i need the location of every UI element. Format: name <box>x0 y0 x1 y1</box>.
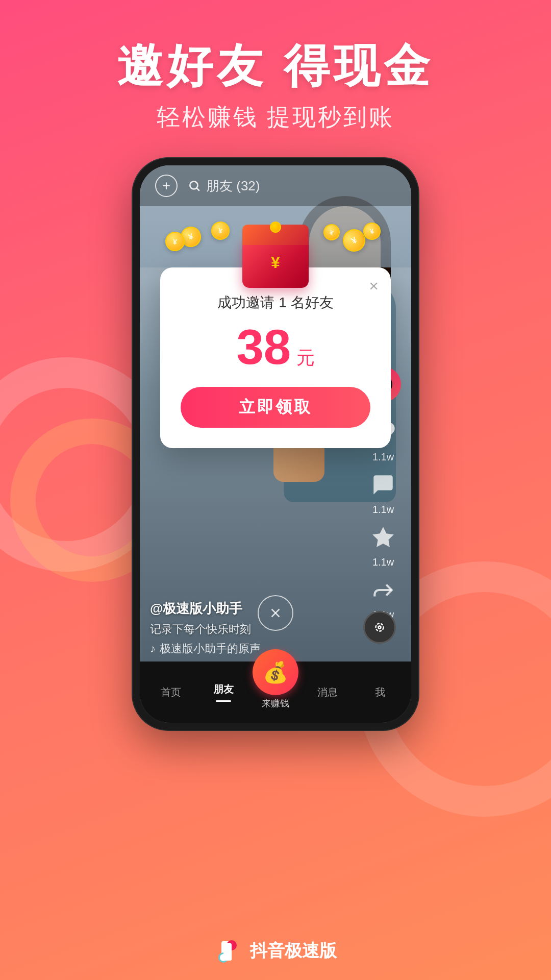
share-icon <box>366 573 400 607</box>
search-bar[interactable]: 朋友 (32) <box>188 177 260 195</box>
phone-screen: + 朋友 (32) <box>140 165 411 723</box>
music-disc[interactable] <box>363 611 396 644</box>
search-label: 朋友 (32) <box>206 177 260 195</box>
add-friend-button[interactable]: + <box>155 175 178 197</box>
svg-point-13 <box>220 954 227 961</box>
nav-friends-label: 朋友 <box>213 682 234 696</box>
star-icon <box>366 521 400 554</box>
reward-unit: 元 <box>296 347 315 368</box>
video-music: ♪ 极速版小助手的原声 <box>150 641 350 656</box>
nav-active-indicator <box>216 700 231 702</box>
tiktok-logo-svg <box>214 937 242 965</box>
header-title: 邀好友 得现金 <box>0 41 551 91</box>
music-icon <box>372 620 387 635</box>
nav-home[interactable]: 首页 <box>145 685 197 699</box>
svg-point-0 <box>190 181 197 189</box>
header-subtitle: 轻松赚钱 提现秒到账 <box>0 102 551 133</box>
phone-top-bar: + 朋友 (32) <box>140 165 411 206</box>
comment-button[interactable]: 1.1w <box>366 468 400 516</box>
tiktok-logo <box>214 937 242 965</box>
phone-outer-shell: + 朋友 (32) <box>133 158 418 730</box>
app-name: 抖音极速版 <box>250 939 337 963</box>
collect-button[interactable]: 1.1w <box>366 521 400 568</box>
claim-reward-button[interactable]: 立即领取 <box>181 387 370 428</box>
video-info-section: @极速版小助手 记录下每个快乐时刻 ♪ 极速版小助手的原声 <box>150 600 350 656</box>
nav-profile-label: 我 <box>375 685 385 699</box>
music-name: 极速版小助手的原声 <box>160 641 261 656</box>
nav-messages[interactable]: 消息 <box>302 685 354 699</box>
search-icon <box>188 179 201 192</box>
nav-messages-label: 消息 <box>317 685 338 699</box>
nav-friends[interactable]: 朋友 <box>197 682 249 702</box>
modal-close-button[interactable]: × <box>369 278 379 294</box>
like-count: 1.1w <box>372 451 394 463</box>
phone-screen-container: + 朋友 (32) <box>140 165 411 723</box>
video-description: 记录下每个快乐时刻 <box>150 622 350 637</box>
video-author: @极速版小助手 <box>150 600 350 618</box>
comment-count: 1.1w <box>372 504 394 516</box>
earn-container: 💰 来赚钱 <box>253 649 298 709</box>
reward-modal: × 成功邀请 1 名好友 38 元 立即领取 <box>160 267 391 448</box>
modal-title: 成功邀请 1 名好友 <box>181 293 370 312</box>
phone-mockup: + 朋友 (32) <box>133 158 418 730</box>
nav-earn[interactable]: 💰 来赚钱 <box>249 675 302 709</box>
music-note-icon: ♪ <box>150 642 156 655</box>
nav-earn-label: 来赚钱 <box>262 697 289 709</box>
nav-profile[interactable]: 我 <box>354 685 406 699</box>
bottom-navigation: 首页 朋友 💰 来赚钱 <box>140 662 411 723</box>
comment-icon <box>366 468 400 502</box>
earn-bag-icon: 💰 <box>253 649 298 695</box>
collect-count: 1.1w <box>372 556 394 568</box>
svg-point-7 <box>379 626 381 629</box>
app-branding: 抖音极速版 <box>214 937 337 965</box>
nav-home-label: 首页 <box>161 685 181 699</box>
svg-line-1 <box>197 188 199 191</box>
reward-amount: 38 <box>236 320 291 374</box>
header-section: 邀好友 得现金 轻松赚钱 提现秒到账 <box>0 0 551 133</box>
svg-point-8 <box>376 624 384 631</box>
svg-marker-6 <box>372 527 394 547</box>
reward-amount-row: 38 元 <box>181 323 370 372</box>
